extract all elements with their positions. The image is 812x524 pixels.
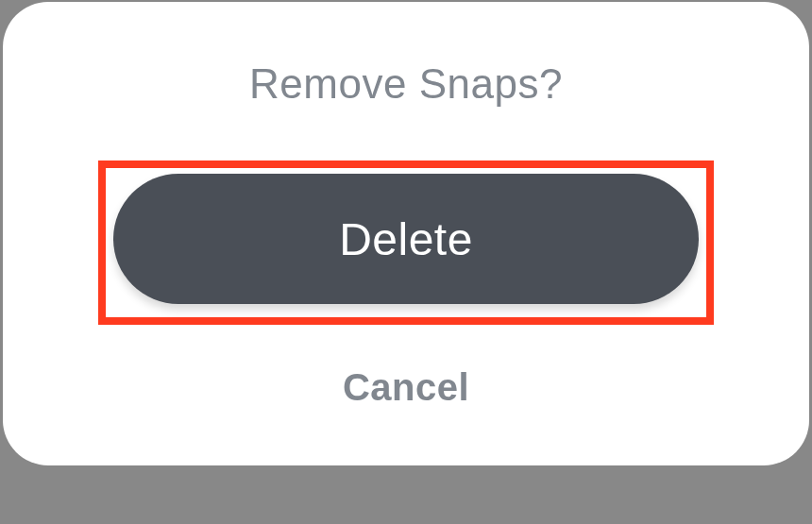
dialog-title: Remove Snaps? bbox=[249, 60, 563, 108]
delete-button[interactable]: Delete bbox=[113, 174, 699, 304]
delete-button-highlight: Delete bbox=[98, 161, 714, 325]
cancel-button[interactable]: Cancel bbox=[343, 366, 469, 409]
remove-snaps-dialog: Remove Snaps? Delete Cancel bbox=[3, 2, 809, 465]
